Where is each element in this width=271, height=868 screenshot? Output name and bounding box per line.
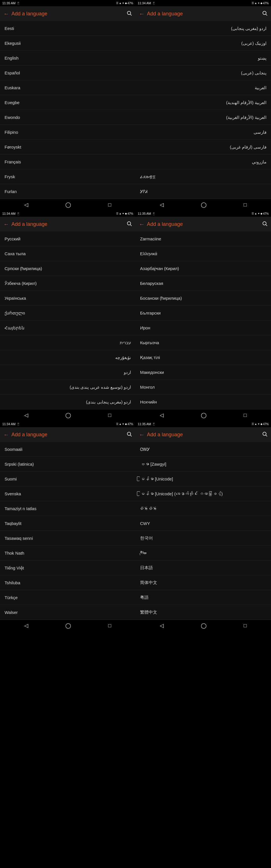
nav-menu-icon[interactable]: □ bbox=[244, 202, 247, 208]
list-item[interactable]: Беларуская bbox=[136, 276, 271, 291]
list-item[interactable]: Walser bbox=[0, 605, 136, 620]
nav-home-icon[interactable]: ◯ bbox=[201, 622, 207, 629]
nav-back-icon[interactable]: ◁ bbox=[24, 202, 28, 208]
list-item[interactable]: Føroyskt bbox=[0, 140, 136, 155]
list-item[interactable]: 한국어 bbox=[136, 531, 271, 546]
list-item[interactable]: اوزبیک (عربی) bbox=[136, 36, 271, 51]
nav-menu-icon[interactable]: □ bbox=[108, 202, 111, 208]
list-item[interactable]: Հայերեն bbox=[0, 320, 136, 335]
list-item[interactable]: Српски (ћирилица) bbox=[0, 261, 136, 276]
list-item[interactable]: Босански (ћирилица) bbox=[136, 291, 271, 306]
list-item[interactable]: اردو (توسیع شده عربی پندی بندی) bbox=[0, 380, 136, 395]
nav-home-icon[interactable]: ◯ bbox=[201, 202, 207, 208]
list-item[interactable]: Thok Nath bbox=[0, 546, 136, 561]
list-item[interactable]: اردو (مغربی پنجابی بندی) bbox=[0, 395, 136, 409]
search-button[interactable] bbox=[126, 221, 132, 228]
list-item[interactable]: ᏣᎳᎩ bbox=[136, 442, 271, 457]
list-item[interactable]: Taqbaylit bbox=[0, 516, 136, 531]
list-item[interactable]: Қазақ тілі bbox=[136, 350, 271, 365]
list-item[interactable]: Нохчийн bbox=[136, 395, 271, 409]
list-item[interactable]: Ekegusii bbox=[0, 36, 136, 51]
list-item[interactable]: Tiếng Việt bbox=[0, 561, 136, 576]
nav-menu-icon[interactable]: □ bbox=[244, 412, 247, 418]
back-button[interactable]: ← bbox=[3, 431, 9, 438]
list-item[interactable]: پنجابی (عربی) bbox=[136, 66, 271, 81]
list-item[interactable]: Français bbox=[0, 155, 136, 169]
list-item[interactable]: Кыргызча bbox=[136, 335, 271, 350]
list-item[interactable]: Srpski (latinica) bbox=[0, 457, 136, 472]
list-item[interactable]: ဗမာ [Zawgyi] bbox=[136, 457, 271, 472]
back-button[interactable]: ← bbox=[3, 221, 9, 227]
list-item[interactable]: Саха тыла bbox=[0, 246, 136, 261]
list-item[interactable]: فارسی bbox=[136, 125, 271, 140]
list-item[interactable]: Furlan bbox=[0, 184, 136, 199]
nav-home-icon[interactable]: ◯ bbox=[65, 412, 71, 418]
list-item[interactable]: Soomaali bbox=[0, 442, 136, 457]
list-item[interactable]: فارسی (ارقام غربی) bbox=[136, 140, 271, 155]
list-item[interactable]: Español bbox=[0, 66, 136, 81]
list-item[interactable]: Filipino bbox=[0, 125, 136, 140]
nav-back-icon[interactable]: ◁ bbox=[160, 622, 164, 629]
list-item[interactable]: Ирон bbox=[136, 320, 271, 335]
list-item[interactable]: Български bbox=[136, 306, 271, 320]
nav-home-icon[interactable]: ◯ bbox=[201, 412, 207, 418]
nav-back-icon[interactable]: ◁ bbox=[24, 412, 28, 418]
list-item[interactable]: Русский bbox=[0, 231, 136, 246]
list-item[interactable]: Suomi bbox=[0, 472, 136, 487]
list-item[interactable]: Азәрбајҹан (Кирил) bbox=[136, 261, 271, 276]
nav-home-icon[interactable]: ◯ bbox=[65, 202, 71, 208]
list-item[interactable]: Tamaziyt n Iatlas bbox=[0, 501, 136, 516]
list-item[interactable]: 日本語 bbox=[136, 561, 271, 576]
back-button[interactable]: ← bbox=[139, 10, 145, 17]
list-item[interactable]: Euskara bbox=[0, 81, 136, 95]
search-button[interactable] bbox=[262, 431, 268, 438]
search-button[interactable] bbox=[262, 221, 268, 228]
list-item[interactable]: اردو bbox=[0, 365, 136, 380]
nav-home-icon[interactable]: ◯ bbox=[65, 622, 71, 629]
list-item[interactable]: ქართული bbox=[0, 306, 136, 320]
nav-back-icon[interactable]: ◁ bbox=[24, 622, 28, 629]
list-item[interactable]: ༀ྄ᠦ bbox=[136, 546, 271, 561]
list-item[interactable]: CWY bbox=[136, 516, 271, 531]
list-item[interactable]: العربية bbox=[136, 81, 271, 95]
list-item[interactable]: Tasawaq senni bbox=[0, 531, 136, 546]
list-item[interactable]: Українська bbox=[0, 291, 136, 306]
list-item[interactable]: العربية (الأرقام الغربية) bbox=[136, 110, 271, 125]
list-item[interactable]: עברית bbox=[0, 335, 136, 350]
list-item[interactable]: Eesti bbox=[0, 21, 136, 36]
list-item[interactable]: 粤語 bbox=[136, 590, 271, 605]
list-item[interactable]: نۆيغۇرچە bbox=[0, 350, 136, 365]
list-item[interactable]: Türkçe bbox=[0, 590, 136, 605]
nav-menu-icon[interactable]: □ bbox=[108, 412, 111, 418]
list-item[interactable]: မြန်မာ [Unicode] (အနောက်တိုင်း ဂဏန်းဖြင့… bbox=[136, 487, 271, 501]
list-item[interactable]: မြန်မာ [Unicode] bbox=[136, 472, 271, 487]
list-item[interactable]: اردو (مغربی پنجابی) bbox=[136, 21, 271, 36]
back-button[interactable]: ← bbox=[3, 10, 9, 17]
list-item[interactable]: پښتو bbox=[136, 51, 271, 66]
list-item[interactable]: ᎩᎵᏗ bbox=[136, 184, 271, 199]
list-item[interactable]: Македонски bbox=[136, 365, 271, 380]
nav-menu-icon[interactable]: □ bbox=[244, 623, 247, 629]
list-item[interactable]: 繁體中文 bbox=[136, 605, 271, 620]
list-item[interactable]: Eʋegbe bbox=[0, 95, 136, 110]
list-item[interactable]: ᡤᡠᡤᡠ bbox=[136, 501, 271, 516]
nav-menu-icon[interactable]: □ bbox=[108, 623, 111, 629]
nav-back-icon[interactable]: ◁ bbox=[160, 412, 164, 418]
list-item[interactable]: Tshiluba bbox=[0, 576, 136, 590]
back-button[interactable]: ← bbox=[139, 431, 145, 438]
list-item[interactable]: مازروني bbox=[136, 155, 271, 169]
list-item[interactable]: Ελληνικά bbox=[136, 246, 271, 261]
nav-back-icon[interactable]: ◁ bbox=[160, 202, 164, 208]
search-button[interactable] bbox=[126, 431, 132, 438]
list-item[interactable]: Ўзбекча (Кирил) bbox=[0, 276, 136, 291]
list-item[interactable]: Монгол bbox=[136, 380, 271, 395]
search-button[interactable] bbox=[262, 10, 268, 18]
list-item[interactable]: Zarmaciine bbox=[136, 231, 271, 246]
list-item[interactable]: Frysk bbox=[0, 169, 136, 184]
list-item[interactable]: English bbox=[0, 51, 136, 66]
list-item[interactable]: Ewondo bbox=[0, 110, 136, 125]
search-button[interactable] bbox=[126, 10, 132, 18]
list-item[interactable]: Svenska bbox=[0, 487, 136, 501]
list-item[interactable]: ፊደሎ፳፬ bbox=[136, 169, 271, 184]
back-button[interactable]: ← bbox=[139, 221, 145, 227]
